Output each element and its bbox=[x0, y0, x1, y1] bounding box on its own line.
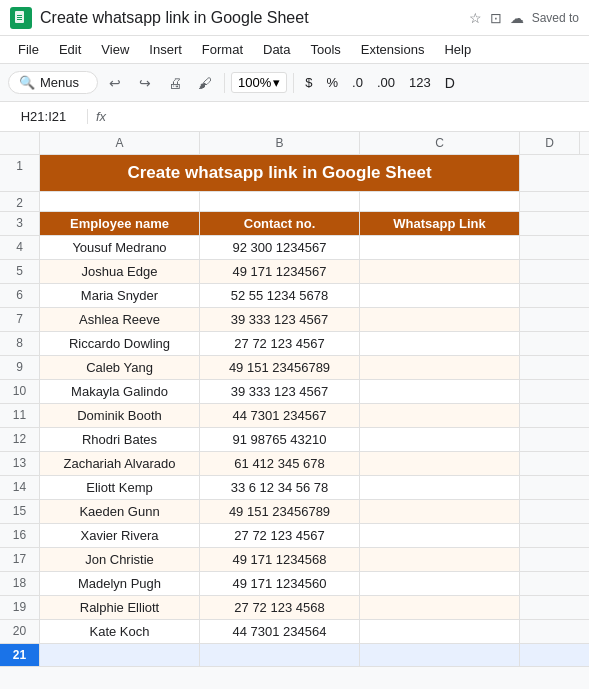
more-formats-button[interactable]: D bbox=[440, 73, 460, 93]
menus-search[interactable]: 🔍 Menus bbox=[8, 71, 98, 94]
selected-row-21[interactable]: 21 bbox=[0, 644, 589, 667]
cell-c-8[interactable] bbox=[360, 332, 520, 355]
cell-b-20[interactable]: 44 7301 234564 bbox=[200, 620, 360, 643]
data-row-11: 11 Dominik Booth 44 7301 234567 bbox=[0, 404, 589, 428]
menu-edit[interactable]: Edit bbox=[51, 39, 89, 60]
cell-c-19[interactable] bbox=[360, 596, 520, 619]
cell-a-12[interactable]: Rhodri Bates bbox=[40, 428, 200, 451]
cell-a-10[interactable]: Makayla Galindo bbox=[40, 380, 200, 403]
cell-c-4[interactable] bbox=[360, 236, 520, 259]
cell-reference[interactable]: H21:I21 bbox=[8, 109, 88, 124]
menu-format[interactable]: Format bbox=[194, 39, 251, 60]
cell-b-8[interactable]: 27 72 123 4567 bbox=[200, 332, 360, 355]
cell-a-15[interactable]: Kaeden Gunn bbox=[40, 500, 200, 523]
col-header-d[interactable]: D bbox=[520, 132, 580, 154]
row-num-1: 1 bbox=[0, 155, 40, 191]
header-link[interactable]: Whatsapp Link bbox=[360, 212, 520, 235]
cell-b-10[interactable]: 39 333 123 4567 bbox=[200, 380, 360, 403]
cell-c-6[interactable] bbox=[360, 284, 520, 307]
data-row-9: 9 Caleb Yang 49 151 23456789 bbox=[0, 356, 589, 380]
cell-c-5[interactable] bbox=[360, 260, 520, 283]
redo-button[interactable]: ↪ bbox=[132, 70, 158, 96]
menu-insert[interactable]: Insert bbox=[141, 39, 190, 60]
cell-c-18[interactable] bbox=[360, 572, 520, 595]
decimal-more-button[interactable]: .00 bbox=[372, 73, 400, 92]
cell-a-18[interactable]: Madelyn Pugh bbox=[40, 572, 200, 595]
history-icon[interactable]: ⊡ bbox=[490, 10, 502, 26]
cell-b-12[interactable]: 91 98765 43210 bbox=[200, 428, 360, 451]
empty-b-2[interactable] bbox=[200, 192, 360, 211]
cell-c-14[interactable] bbox=[360, 476, 520, 499]
cell-c-20[interactable] bbox=[360, 620, 520, 643]
cell-b-19[interactable]: 27 72 123 4568 bbox=[200, 596, 360, 619]
cell-b-17[interactable]: 49 171 1234568 bbox=[200, 548, 360, 571]
cell-c-10[interactable] bbox=[360, 380, 520, 403]
cell-c-17[interactable] bbox=[360, 548, 520, 571]
menu-help[interactable]: Help bbox=[436, 39, 479, 60]
header-name[interactable]: Employee name bbox=[40, 212, 200, 235]
cell-c-11[interactable] bbox=[360, 404, 520, 427]
cell-b-11[interactable]: 44 7301 234567 bbox=[200, 404, 360, 427]
data-row-10: 10 Makayla Galindo 39 333 123 4567 bbox=[0, 380, 589, 404]
menu-file[interactable]: File bbox=[10, 39, 47, 60]
cell-b-4[interactable]: 92 300 1234567 bbox=[200, 236, 360, 259]
cell-a-19[interactable]: Ralphie Elliott bbox=[40, 596, 200, 619]
cell-b-13[interactable]: 61 412 345 678 bbox=[200, 452, 360, 475]
number-format-button[interactable]: 123 bbox=[404, 73, 436, 92]
sheets-app-icon bbox=[10, 7, 32, 29]
cell-a-13[interactable]: Zachariah Alvarado bbox=[40, 452, 200, 475]
cell-c-15[interactable] bbox=[360, 500, 520, 523]
cell-b-18[interactable]: 49 171 1234560 bbox=[200, 572, 360, 595]
cell-c-13[interactable] bbox=[360, 452, 520, 475]
zoom-control[interactable]: 100% ▾ bbox=[231, 72, 287, 93]
row-num-20: 20 bbox=[0, 620, 40, 643]
menu-data[interactable]: Data bbox=[255, 39, 298, 60]
decimal-less-button[interactable]: .0 bbox=[347, 73, 368, 92]
cell-a-17[interactable]: Jon Christie bbox=[40, 548, 200, 571]
header-contact[interactable]: Contact no. bbox=[200, 212, 360, 235]
cell-b-6[interactable]: 52 55 1234 5678 bbox=[200, 284, 360, 307]
cell-c-12[interactable] bbox=[360, 428, 520, 451]
paint-format-button[interactable]: 🖌 bbox=[192, 70, 218, 96]
cell-a-20[interactable]: Kate Koch bbox=[40, 620, 200, 643]
cell-b-16[interactable]: 27 72 123 4567 bbox=[200, 524, 360, 547]
cell-c-16[interactable] bbox=[360, 524, 520, 547]
menu-tools[interactable]: Tools bbox=[302, 39, 348, 60]
cell-c-7[interactable] bbox=[360, 308, 520, 331]
cell-c-9[interactable] bbox=[360, 356, 520, 379]
cell-b-15[interactable]: 49 151 23456789 bbox=[200, 500, 360, 523]
cell-a-4[interactable]: Yousuf Medrano bbox=[40, 236, 200, 259]
empty-a-2[interactable] bbox=[40, 192, 200, 211]
cell-a-11[interactable]: Dominik Booth bbox=[40, 404, 200, 427]
percent-button[interactable]: % bbox=[321, 73, 343, 92]
cell-a-14[interactable]: Eliott Kemp bbox=[40, 476, 200, 499]
col-header-a[interactable]: A bbox=[40, 132, 200, 154]
cell-a-9[interactable]: Caleb Yang bbox=[40, 356, 200, 379]
formula-bar: H21:I21 fx bbox=[0, 102, 589, 132]
cell-b-14[interactable]: 33 6 12 34 56 78 bbox=[200, 476, 360, 499]
cell-a-8[interactable]: Riccardo Dowling bbox=[40, 332, 200, 355]
cell-a-16[interactable]: Xavier Rivera bbox=[40, 524, 200, 547]
star-icon[interactable]: ☆ bbox=[469, 10, 482, 26]
undo-button[interactable]: ↩ bbox=[102, 70, 128, 96]
cell-a-6[interactable]: Maria Snyder bbox=[40, 284, 200, 307]
cell-a-21[interactable] bbox=[40, 644, 200, 666]
data-row-20: 20 Kate Koch 44 7301 234564 bbox=[0, 620, 589, 644]
col-header-b[interactable]: B bbox=[200, 132, 360, 154]
cell-a-5[interactable]: Joshua Edge bbox=[40, 260, 200, 283]
cell-c-21[interactable] bbox=[360, 644, 520, 666]
menu-extensions[interactable]: Extensions bbox=[353, 39, 433, 60]
currency-button[interactable]: $ bbox=[300, 73, 317, 92]
col-header-c[interactable]: C bbox=[360, 132, 520, 154]
empty-c-2[interactable] bbox=[360, 192, 520, 211]
cell-b-9[interactable]: 49 151 23456789 bbox=[200, 356, 360, 379]
cell-a-7[interactable]: Ashlea Reeve bbox=[40, 308, 200, 331]
data-row-4: 4 Yousuf Medrano 92 300 1234567 bbox=[0, 236, 589, 260]
cell-b-7[interactable]: 39 333 123 4567 bbox=[200, 308, 360, 331]
title-cell[interactable]: Create whatsapp link in Google Sheet bbox=[40, 155, 520, 191]
menu-view[interactable]: View bbox=[93, 39, 137, 60]
print-button[interactable]: 🖨 bbox=[162, 70, 188, 96]
data-rows-container: 4 Yousuf Medrano 92 300 1234567 5 Joshua… bbox=[0, 236, 589, 644]
cell-b-21[interactable] bbox=[200, 644, 360, 666]
cell-b-5[interactable]: 49 171 1234567 bbox=[200, 260, 360, 283]
